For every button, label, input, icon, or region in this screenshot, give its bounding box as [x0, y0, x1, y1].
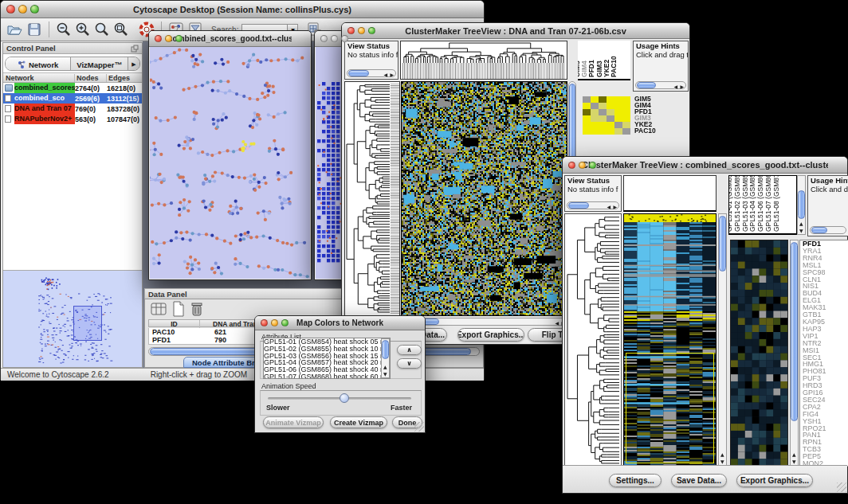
close-button[interactable] [320, 35, 328, 42]
network-row[interactable]: RNAPuberNov2+563(0)107847(0) [3, 114, 142, 124]
heatmap-cell[interactable] [583, 122, 591, 128]
attribute-list-item[interactable]: GPL51-01 (GSM854) heat shock 05 min [264, 338, 390, 346]
create-vizmap-button[interactable]: Create Vizmap [330, 416, 387, 428]
heatmap-cell[interactable] [614, 96, 622, 103]
scroll-left-icon[interactable]: ◀ [383, 71, 387, 78]
network-row[interactable]: combined_scores2764(0)16218(0) [3, 83, 142, 93]
zoom-selected-icon[interactable] [92, 20, 112, 39]
open-file-icon[interactable] [6, 20, 25, 39]
heatmap-cell[interactable] [622, 115, 630, 122]
scrollbar-thumb[interactable] [568, 202, 589, 209]
scroll-left-icon[interactable]: ◀ [673, 83, 677, 90]
minimize-button[interactable] [579, 162, 586, 169]
view-status-hscrollbar[interactable]: ◀ ▶ [347, 69, 396, 77]
network-canvas-area[interactable] [150, 47, 310, 279]
treeview2-vscrollbar[interactable]: ▲ ▼ [718, 213, 727, 467]
scrollbar-thumb[interactable] [637, 82, 656, 88]
scrollbar-thumb[interactable] [348, 70, 369, 76]
heatmap-cell[interactable] [614, 115, 622, 122]
select-attributes-icon[interactable] [150, 301, 167, 320]
scroll-up-icon[interactable]: ▲ [383, 363, 387, 370]
settings-button[interactable]: Settings... [609, 474, 662, 487]
treeview1-heatmap[interactable] [401, 81, 567, 316]
scroll-up-icon[interactable]: ▲ [792, 451, 796, 458]
usage-hints-hscrollbar[interactable] [810, 226, 846, 234]
col-header-network[interactable]: Network [3, 74, 75, 82]
col-header-edges[interactable]: Edges [107, 74, 142, 82]
minimize-button[interactable] [165, 35, 172, 42]
heatmap-cell[interactable] [599, 103, 607, 109]
network-row[interactable]: DNA and Tran 07769(0)183728(0) [3, 104, 142, 114]
attribute-list-item[interactable]: GPL51-04 (GSM857) heat shock 20 min [264, 359, 390, 366]
heatmap-cell[interactable] [583, 96, 591, 103]
heatmap-cell[interactable] [607, 103, 614, 109]
zoom-fit-icon[interactable] [112, 20, 131, 39]
network-view-titlebar[interactable]: combined_scores_good.txt--cluste... [149, 31, 311, 47]
scrollbar-thumb[interactable] [798, 190, 805, 219]
heatmap-cell[interactable] [599, 109, 607, 115]
minimize-button[interactable] [331, 35, 338, 42]
scroll-up-icon[interactable]: ▲ [799, 220, 803, 227]
zoom-button[interactable] [368, 27, 375, 34]
heatmap-cell[interactable] [591, 103, 599, 109]
heatmap-cell[interactable] [591, 109, 599, 115]
scroll-down-icon[interactable]: ▼ [720, 458, 724, 465]
heatmap-column-label[interactable]: GPL51-07 (GSM868) [765, 175, 772, 232]
attribute-list[interactable]: GPL51-01 (GSM854) heat shock 05 minGPL51… [263, 338, 391, 379]
heatmap-row-label[interactable]: PAC10 [634, 127, 669, 134]
new-attribute-icon[interactable] [172, 301, 185, 320]
heatmap-column-label[interactable]: GPL51-06 (GSM865) [757, 175, 764, 232]
close-button[interactable] [347, 27, 355, 34]
usage-hints-hscrollbar[interactable]: ◀ ▶ [635, 81, 686, 89]
heatmap-cell[interactable] [614, 109, 622, 115]
treeview2-gene-list[interactable]: PFD1YRA1RNR4MSL1SPC98CLN1NIS1BUD4ELG1MAK… [799, 240, 848, 467]
scroll-down-icon[interactable]: ▼ [799, 227, 803, 234]
scrollbar-thumb[interactable] [382, 340, 389, 359]
data-col-id[interactable]: ID [149, 320, 200, 328]
heatmap-cell[interactable] [607, 122, 614, 128]
heatmap-cell[interactable] [607, 115, 614, 122]
delete-attribute-icon[interactable] [190, 301, 204, 320]
attribute-list-item[interactable]: GPL51-03 (GSM856) heat shock 15 min [264, 353, 390, 360]
tab-overflow-arrow[interactable]: ▶ [128, 57, 139, 71]
treeview1-row-dendrogram[interactable] [344, 81, 400, 316]
close-button[interactable] [6, 5, 15, 14]
heatmap-cell[interactable] [607, 96, 614, 103]
attribute-list-item[interactable]: GPL51-07 (GSM868) heat shock 60 min [264, 373, 390, 379]
view-status-hscrollbar[interactable]: ◀ ▶ [567, 201, 619, 209]
heatmap-cell[interactable] [591, 96, 599, 103]
heatmap-cell[interactable] [614, 128, 622, 135]
treeview1-titlebar[interactable]: ClusterMaker TreeView : DNA and Tran 07-… [342, 23, 689, 39]
heatmap-cell[interactable] [583, 115, 591, 122]
animate-vizmap-button[interactable]: Animate Vizmap [263, 416, 324, 428]
treeview2-titlebar[interactable]: ClusterMaker TreeView : combined_scores_… [563, 157, 847, 174]
zoom-button[interactable] [30, 5, 39, 14]
zoom-out-icon[interactable] [54, 20, 73, 39]
scroll-right-icon[interactable]: ▶ [613, 203, 617, 210]
treeview2-gene-vscrollbar[interactable]: ▲ ▼ [790, 240, 799, 467]
scrollbar-thumb[interactable] [811, 227, 827, 233]
zoom-button[interactable] [175, 35, 183, 42]
scroll-left-icon[interactable]: ◀ [607, 203, 610, 210]
scroll-left-icon[interactable]: ◀ [555, 319, 559, 326]
tab-network[interactable]: Network [6, 57, 71, 71]
animation-speed-slider[interactable] [268, 397, 411, 400]
scroll-up-icon[interactable]: ▲ [720, 451, 724, 458]
scroll-down-icon[interactable]: ▼ [792, 458, 796, 465]
heatmap-cell[interactable] [614, 103, 622, 109]
zoom-button[interactable] [589, 162, 596, 169]
network-row[interactable]: combined_sco2569(6)13112(15) [3, 93, 142, 104]
float-panel-icon[interactable] [131, 41, 139, 56]
dialog-titlebar[interactable]: Map Colors to Network [255, 316, 425, 330]
heatmap-cell[interactable] [599, 115, 607, 122]
treeview1-hscrollbar[interactable]: ◀ ▶ [401, 318, 567, 326]
heatmap-cell[interactable] [614, 122, 622, 128]
heatmap-cell[interactable] [622, 109, 630, 115]
close-button[interactable] [261, 319, 268, 326]
attribute-list-vscrollbar[interactable]: ▲ ▼ [381, 338, 390, 378]
heatmap-cell[interactable] [599, 128, 607, 135]
heatmap-column-label[interactable]: PAC10 [610, 56, 618, 77]
heatmap-cell[interactable] [622, 122, 630, 128]
heatmap-cell[interactable] [591, 115, 599, 122]
attribute-list-item[interactable]: GPL51-02 (GSM855) heat shock 10 min [264, 346, 390, 353]
